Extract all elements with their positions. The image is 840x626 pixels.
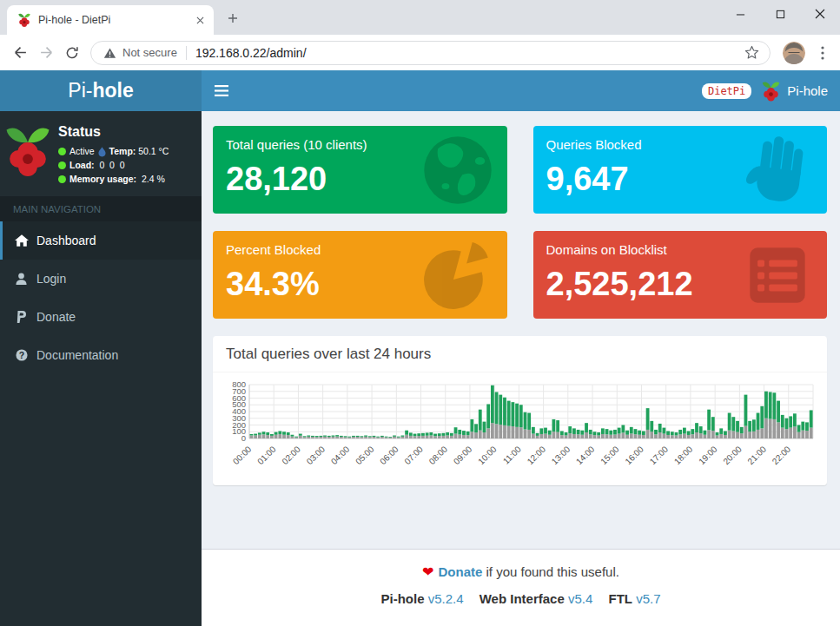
sidebar-status: Status Active Temp: 50.1 °C Load: 0 0 0 … [0, 111, 202, 196]
status-load: Load: 0 0 0 [58, 160, 169, 171]
svg-text:21:00: 21:00 [746, 444, 769, 466]
svg-text:07:00: 07:00 [402, 444, 425, 466]
pihole-favicon [17, 12, 31, 28]
header-account[interactable]: Pi-hole [761, 80, 828, 102]
globe-icon [420, 132, 496, 208]
brand-bold: hole [92, 79, 133, 102]
component-version[interactable]: v5.7 [636, 591, 660, 606]
svg-text:15:00: 15:00 [599, 444, 621, 466]
pie-chart-icon [420, 237, 496, 313]
hostname-badge[interactable]: DietPi [702, 83, 751, 99]
footer-versions: Pi-hole v5.2.4 Web Interface v5.4 FTL v5… [202, 591, 840, 606]
paypal-icon [14, 311, 29, 323]
svg-text:06:00: 06:00 [378, 444, 400, 466]
browser-profile-avatar[interactable] [783, 42, 805, 64]
sidebar-item-label: Donate [36, 310, 76, 324]
component-name: FTL [609, 591, 633, 606]
tab-title: Pi-hole - DietPi [38, 14, 186, 26]
home-icon [14, 234, 29, 247]
tab-close-icon[interactable] [193, 13, 207, 27]
back-button[interactable] [7, 40, 33, 66]
header-account-label: Pi-hole [787, 83, 828, 98]
card-queries-blocked[interactable]: Queries Blocked 9,647 [533, 126, 828, 214]
status-memory: Memory usage: 2.4 % [58, 174, 169, 185]
component-name: Pi-hole [380, 591, 424, 606]
svg-text:10:00: 10:00 [476, 444, 499, 466]
sidebar-item-label: Login [36, 272, 66, 286]
svg-text:09:00: 09:00 [452, 444, 474, 466]
svg-text:20:00: 20:00 [721, 444, 744, 466]
svg-text:13:00: 13:00 [550, 444, 572, 466]
hamburger-icon [215, 85, 228, 96]
footer-donate-line: ❤Donate if you found this useful. [202, 563, 840, 580]
sidebar-toggle-button[interactable] [202, 70, 241, 111]
card-domains-blocklist[interactable]: Domains on Blocklist 2,525,212 [533, 231, 828, 319]
sidebar-item-donate[interactable]: Donate [0, 298, 202, 336]
svg-text:22:00: 22:00 [771, 444, 793, 466]
hand-stop-icon [739, 132, 816, 208]
sidebar-item-login[interactable]: Login [0, 260, 202, 298]
security-label: Not secure [122, 46, 177, 59]
window-close-button[interactable] [800, 0, 840, 28]
browser-menu-icon[interactable] [812, 43, 833, 63]
sidebar-item-documentation[interactable]: ? Documentation [0, 336, 202, 374]
temperature-flame-icon [98, 147, 106, 157]
svg-text:16:00: 16:00 [623, 444, 645, 466]
heart-icon: ❤ [422, 564, 433, 579]
main-content: Total queries (10 clients) 28,120 Querie… [202, 111, 840, 626]
svg-text:00:00: 00:00 [231, 444, 254, 466]
header-right: DietPi Pi-hole [702, 70, 840, 111]
svg-text:18:00: 18:00 [672, 444, 695, 466]
forward-arrow-icon [39, 45, 54, 60]
donate-suffix: if you found this useful. [482, 564, 619, 579]
sidebar-item-label: Documentation [36, 348, 118, 362]
status-title: Status [58, 124, 169, 140]
sidebar: Status Active Temp: 50.1 °C Load: 0 0 0 … [0, 111, 202, 626]
svg-text:03:00: 03:00 [305, 444, 327, 466]
card-percent-blocked[interactable]: Percent Blocked 34.3% [213, 231, 507, 319]
browser-tab[interactable]: Pi-hole - DietPi [7, 5, 214, 35]
svg-text:04:00: 04:00 [329, 444, 352, 466]
bookmark-star-icon[interactable] [742, 43, 761, 63]
status-temp: Temp: 50.1 °C [109, 146, 169, 157]
svg-text:800: 800 [232, 379, 246, 389]
status-active-label: Active [69, 146, 95, 157]
new-tab-button[interactable] [221, 6, 245, 30]
svg-text:11:00: 11:00 [501, 444, 523, 465]
url-text: 192.168.0.22/admin/ [195, 46, 742, 60]
pihole-logo [3, 122, 53, 181]
component-version[interactable]: v5.4 [568, 591, 592, 606]
forward-button[interactable] [33, 40, 59, 66]
browser-window: Pi-hole - DietPi [0, 0, 840, 626]
card-total-queries[interactable]: Total queries (10 clients) 28,120 [213, 126, 507, 214]
status-dot-memory [58, 175, 66, 183]
pihole-logo-small [761, 80, 781, 102]
svg-text:08:00: 08:00 [427, 444, 450, 466]
question-circle-icon: ? [14, 349, 29, 361]
app-header: Pi-hole DietPi Pi-hole [0, 70, 840, 111]
component-version[interactable]: v5.2.4 [428, 591, 464, 606]
status-active: Active Temp: 50.1 °C [58, 146, 169, 157]
window-minimize-button[interactable] [720, 0, 760, 28]
donate-link[interactable]: Donate [438, 564, 482, 579]
reload-button[interactable] [59, 40, 85, 66]
url-omnibox[interactable]: Not secure 192.168.0.22/admin/ [90, 41, 771, 65]
sidebar-item-label: Dashboard [36, 234, 96, 247]
component-name: Web Interface [480, 591, 565, 606]
status-memory-text: Memory usage: 2.4 % [69, 174, 165, 185]
list-icon [739, 237, 816, 313]
plus-icon [228, 13, 238, 23]
app-brand[interactable]: Pi-hole [0, 70, 202, 111]
status-dot-active [58, 148, 66, 155]
svg-text:01:00: 01:00 [255, 444, 278, 466]
svg-text:17:00: 17:00 [648, 444, 671, 466]
svg-text:05:00: 05:00 [354, 444, 376, 466]
status-load-text: Load: 0 0 0 [69, 160, 125, 171]
svg-text:12:00: 12:00 [526, 444, 548, 466]
window-maximize-button[interactable] [760, 0, 800, 28]
sidebar-item-dashboard[interactable]: Dashboard [0, 221, 202, 260]
svg-text:14:00: 14:00 [574, 444, 597, 466]
user-icon [14, 273, 29, 285]
address-bar: Not secure 192.168.0.22/admin/ [0, 35, 840, 70]
svg-text:02:00: 02:00 [280, 444, 302, 466]
